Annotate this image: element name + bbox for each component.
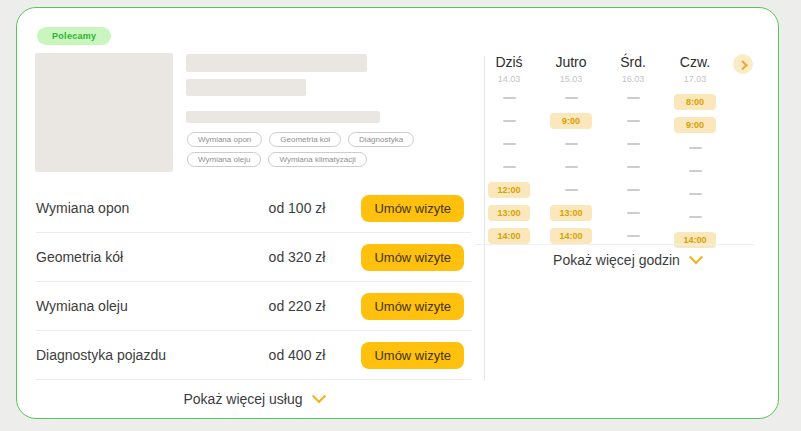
no-slot-indicator xyxy=(565,97,578,99)
service-name: Wymiana oleju xyxy=(36,298,269,314)
service-tag-chip: Diagnostyka xyxy=(348,132,414,147)
no-slot-indicator xyxy=(565,166,578,168)
no-slot-indicator xyxy=(627,166,640,168)
slot-cell xyxy=(540,132,602,155)
service-tag-chip: Wymiana klimatyzacji xyxy=(268,152,366,167)
time-slot-button[interactable]: 9:00 xyxy=(550,113,592,129)
day-label: Czw. xyxy=(664,54,726,70)
no-slot-indicator xyxy=(627,212,640,214)
no-slot-indicator xyxy=(503,120,516,122)
day-label: Jutro xyxy=(540,54,602,70)
no-slot-indicator xyxy=(503,143,516,145)
service-price: od 320 zł xyxy=(269,249,326,265)
slot-cell: 13:00 xyxy=(540,201,602,224)
show-more-hours-button[interactable]: Pokaż więcej godzin xyxy=(497,247,757,273)
slot-cell xyxy=(664,205,726,228)
slot-cell xyxy=(478,132,540,155)
slot-cell xyxy=(664,136,726,159)
slot-row: 9:009:00 xyxy=(478,109,726,132)
day-label: Śrd. xyxy=(602,54,664,70)
time-slot-button[interactable]: 8:00 xyxy=(674,94,716,110)
slot-row: 8:00 xyxy=(478,86,726,109)
service-row: Geometria kółod 320 złUmów wizyte xyxy=(36,233,471,282)
service-row: Wymiana olejuod 220 złUmów wizyte xyxy=(36,282,471,331)
skeleton-line xyxy=(186,111,380,123)
slot-cell xyxy=(602,201,664,224)
time-slot-button[interactable]: 12:00 xyxy=(488,182,530,198)
slot-row xyxy=(478,155,726,178)
skeleton-line xyxy=(186,79,306,96)
slot-cell: 13:00 xyxy=(478,201,540,224)
chevron-down-icon xyxy=(311,389,325,403)
service-tag-chip: Wymiana oleju xyxy=(187,152,261,167)
service-tag-chip: Geometria kół xyxy=(269,132,341,147)
no-slot-indicator xyxy=(627,97,640,99)
no-slot-indicator xyxy=(627,120,640,122)
book-visit-button[interactable]: Umów wizyte xyxy=(361,195,464,222)
slot-cell xyxy=(664,182,726,205)
day-column-header: Czw.17.03 xyxy=(664,54,726,84)
no-slot-indicator xyxy=(689,216,702,218)
no-slot-indicator xyxy=(503,97,516,99)
time-slot-button[interactable]: 14:00 xyxy=(674,232,716,248)
day-date: 14.03 xyxy=(478,74,540,84)
service-name: Diagnostyka pojazdu xyxy=(36,347,269,363)
chevron-right-icon xyxy=(737,60,747,70)
time-slot-button[interactable]: 9:00 xyxy=(674,117,716,133)
no-slot-indicator xyxy=(689,147,702,149)
service-card: Polecamy Wymiana oponGeometria kółDiagno… xyxy=(16,7,779,419)
slot-cell: 9:00 xyxy=(664,113,726,136)
slot-cell xyxy=(540,86,602,109)
slot-cell: 12:00 xyxy=(478,178,540,201)
slot-row: 12:00 xyxy=(478,178,726,201)
book-visit-button[interactable]: Umów wizyte xyxy=(361,293,464,320)
no-slot-indicator xyxy=(689,193,702,195)
day-date: 16.03 xyxy=(602,74,664,84)
service-price: od 220 zł xyxy=(269,298,326,314)
slot-cell: 8:00 xyxy=(664,90,726,113)
show-more-services-button[interactable]: Pokaż więcej usług xyxy=(36,383,471,415)
service-price: od 100 zł xyxy=(269,200,326,216)
service-tags: Wymiana oponGeometria kółDiagnostykaWymi… xyxy=(187,132,445,167)
service-name: Geometria kół xyxy=(36,249,269,265)
slot-row xyxy=(478,132,726,155)
slot-row: 13:0013:00 xyxy=(478,201,726,224)
day-label: Dziś xyxy=(478,54,540,70)
day-date: 17.03 xyxy=(664,74,726,84)
slot-cell xyxy=(540,155,602,178)
time-slot-button[interactable]: 14:00 xyxy=(550,228,592,244)
service-row: Diagnostyka pojazduod 400 złUmów wizyte xyxy=(36,331,471,380)
time-slot-button[interactable]: 14:00 xyxy=(488,228,530,244)
day-column-header: Śrd.16.03 xyxy=(602,54,664,84)
skeleton-line xyxy=(186,54,367,72)
slot-cell: 9:00 xyxy=(540,109,602,132)
slot-cell xyxy=(540,178,602,201)
time-slot-button[interactable]: 13:00 xyxy=(488,205,530,221)
show-more-hours-label: Pokaż więcej godzin xyxy=(553,252,680,268)
time-slot-button[interactable]: 13:00 xyxy=(550,205,592,221)
slot-cell xyxy=(602,132,664,155)
next-days-button[interactable] xyxy=(733,54,753,74)
time-slots-grid: 8:009:009:0012:0013:0013:0014:0014:0014:… xyxy=(478,86,726,247)
book-visit-button[interactable]: Umów wizyte xyxy=(361,244,464,271)
day-column-header: Dziś14.03 xyxy=(478,54,540,84)
day-date: 15.03 xyxy=(540,74,602,84)
slot-cell xyxy=(602,86,664,109)
service-tag-chip: Wymiana opon xyxy=(187,132,262,147)
service-price: od 400 zł xyxy=(269,347,326,363)
service-name: Wymiana opon xyxy=(36,200,269,216)
no-slot-indicator xyxy=(627,189,640,191)
slot-cell xyxy=(602,155,664,178)
no-slot-indicator xyxy=(565,143,578,145)
book-visit-button[interactable]: Umów wizyte xyxy=(361,342,464,369)
no-slot-indicator xyxy=(565,189,578,191)
slot-cell xyxy=(602,178,664,201)
slot-cell xyxy=(602,109,664,132)
day-column-header: Jutro15.03 xyxy=(540,54,602,84)
recommended-badge: Polecamy xyxy=(37,27,111,45)
service-row: Wymiana oponod 100 złUmów wizyte xyxy=(36,184,471,233)
services-list: Wymiana oponod 100 złUmów wizyteGeometri… xyxy=(36,184,471,415)
business-photo-placeholder xyxy=(35,53,173,172)
slots-divider xyxy=(475,244,755,245)
slot-cell xyxy=(478,86,540,109)
